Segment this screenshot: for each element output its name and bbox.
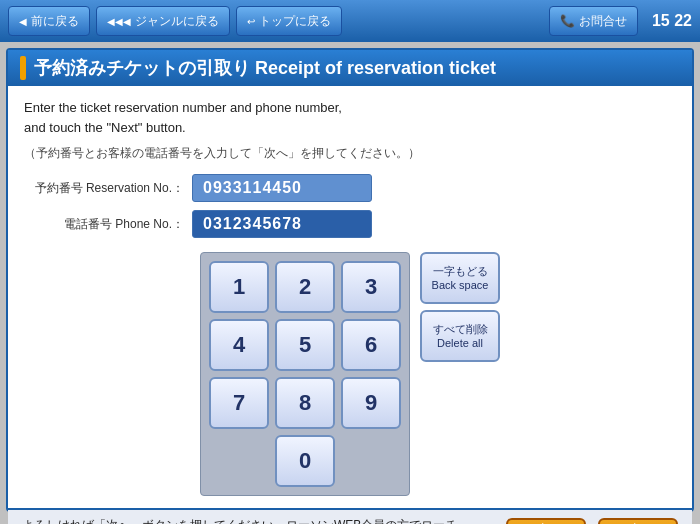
reservation-input[interactable]: 0933114450 <box>192 174 372 202</box>
reservation-label: 予約番号 Reservation No.： <box>24 180 184 197</box>
top-label: トップに戻る <box>259 13 331 30</box>
time-display: 15 22 <box>652 12 692 30</box>
bottom-bar: よろしければ「次へ」ボタンを押してください。ローソンWEB会員の方でローチケ.C… <box>8 508 692 524</box>
instruction-line2: and touch the "Next" button. <box>24 120 186 135</box>
phone-label-ja: 電話番号 <box>64 217 112 231</box>
back-label: 前に戻る <box>31 13 79 30</box>
title-accent-bar <box>20 56 26 80</box>
reservation-label-ja: 予約番号 <box>35 181 83 195</box>
title-english: Receipt of reservation ticket <box>255 58 496 78</box>
key-0-button[interactable]: 0 <box>275 435 335 487</box>
genre-arrow-icon: ◀◀◀ <box>107 16 131 27</box>
content-body: Enter the ticket reservation number and … <box>8 86 692 508</box>
instruction-text: Enter the ticket reservation number and … <box>24 98 676 137</box>
phone-label: 電話番号 Phone No.： <box>24 216 184 233</box>
contact-label: お問合せ <box>579 13 627 30</box>
back-button[interactable]: ◀ 前に戻る <box>8 6 90 36</box>
key-7-button[interactable]: 7 <box>209 377 269 429</box>
card-icon: ▶ <box>542 520 550 524</box>
key-2-button[interactable]: 2 <box>275 261 335 313</box>
phone-label-en: Phone No.： <box>115 217 184 231</box>
backspace-button[interactable]: 一字もどる Back space <box>420 252 500 304</box>
instruction-line1: Enter the ticket reservation number and … <box>24 100 342 115</box>
reservation-label-en: Reservation No.： <box>86 181 184 195</box>
bottom-instruction-text: よろしければ「次へ」ボタンを押してください。ローソンWEB会員の方でローチケ.C… <box>22 516 494 524</box>
phone-input[interactable]: 0312345678 <box>192 210 372 238</box>
top-arrow-icon: ↩ <box>247 16 255 27</box>
delete-all-line2: Delete all <box>437 337 483 349</box>
title-bar: 予約済みチケットの引取り Receipt of reservation tick… <box>8 50 692 86</box>
back-arrow-icon: ◀ <box>19 16 27 27</box>
card-read-button[interactable]: ▶ カードを 読み取る <box>506 518 586 524</box>
bottom-text-content: よろしければ「次へ」ボタンを押してください。ローソンWEB会員の方でローチケ.C… <box>22 518 485 524</box>
top-navigation-bar: ◀ 前に戻る ◀◀◀ ジャンルに戻る ↩ トップに戻る 📞 お問合せ 15 22 <box>0 0 700 42</box>
next-button[interactable]: ▶ 次 へ N e x t <box>598 518 678 524</box>
side-action-buttons: 一字もどる Back space すべて削除 Delete all <box>420 252 500 362</box>
key-8-button[interactable]: 8 <box>275 377 335 429</box>
page-title: 予約済みチケットの引取り Receipt of reservation tick… <box>34 56 496 80</box>
key-5-button[interactable]: 5 <box>275 319 335 371</box>
delete-all-line1: すべて削除 <box>433 323 488 335</box>
title-japanese: 予約済みチケットの引取り <box>34 58 250 78</box>
instruction-sub: （予約番号とお客様の電話番号を入力して「次へ」を押してください。） <box>24 145 676 162</box>
next-icon: ▶ <box>634 520 642 524</box>
input-fields-area: 予約番号 Reservation No.： 0933114450 電話番号 Ph… <box>24 174 676 238</box>
keypad-area: 1 2 3 4 5 6 7 8 9 0 一字もどる Back space <box>24 252 676 496</box>
backspace-line2: Back space <box>432 279 489 291</box>
phone-field-row: 電話番号 Phone No.： 0312345678 <box>24 210 676 238</box>
key-9-button[interactable]: 9 <box>341 377 401 429</box>
number-pad: 1 2 3 4 5 6 7 8 9 0 <box>200 252 410 496</box>
main-content-panel: 予約済みチケットの引取り Receipt of reservation tick… <box>6 48 694 512</box>
genre-back-button[interactable]: ◀◀◀ ジャンルに戻る <box>96 6 230 36</box>
contact-button[interactable]: 📞 お問合せ <box>549 6 638 36</box>
key-6-button[interactable]: 6 <box>341 319 401 371</box>
delete-all-label: すべて削除 Delete all <box>433 322 488 351</box>
key-3-button[interactable]: 3 <box>341 261 401 313</box>
top-back-button[interactable]: ↩ トップに戻る <box>236 6 342 36</box>
reservation-field-row: 予約番号 Reservation No.： 0933114450 <box>24 174 676 202</box>
backspace-line1: 一字もどる <box>433 265 488 277</box>
genre-label: ジャンルに戻る <box>135 13 219 30</box>
phone-icon: 📞 <box>560 14 575 28</box>
key-4-button[interactable]: 4 <box>209 319 269 371</box>
key-1-button[interactable]: 1 <box>209 261 269 313</box>
delete-all-button[interactable]: すべて削除 Delete all <box>420 310 500 362</box>
backspace-label: 一字もどる Back space <box>432 264 489 293</box>
